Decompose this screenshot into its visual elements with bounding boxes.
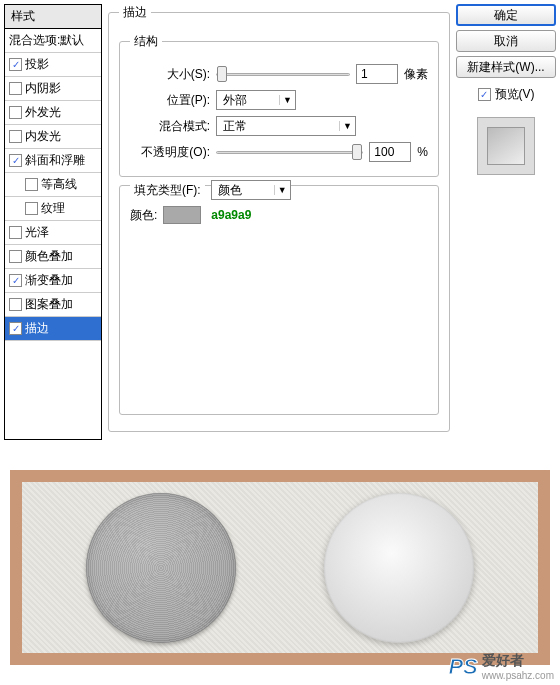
style-item-图案叠加[interactable]: 图案叠加 [5, 293, 101, 317]
blend-mode-label: 混合模式: [130, 118, 210, 135]
style-checkbox[interactable] [9, 322, 22, 335]
style-item-等高线[interactable]: 等高线 [5, 173, 101, 197]
style-item-内阴影[interactable]: 内阴影 [5, 77, 101, 101]
watermark-text: 爱好者 [482, 652, 554, 670]
wood-frame [10, 470, 550, 665]
layer-style-dialog: 样式 混合选项:默认 投影内阴影外发光内发光斜面和浮雕等高线纹理光泽颜色叠加渐变… [0, 0, 560, 444]
preview-thumbnail [477, 117, 535, 175]
new-style-button[interactable]: 新建样式(W)... [456, 56, 556, 78]
position-label: 位置(P): [130, 92, 210, 109]
blend-mode-value: 正常 [217, 118, 339, 135]
speaker-mesh-circle [86, 493, 236, 643]
style-checkbox[interactable] [9, 106, 22, 119]
opacity-input[interactable] [369, 142, 411, 162]
style-label: 外发光 [25, 104, 61, 121]
chevron-down-icon: ▼ [279, 95, 295, 105]
style-item-外发光[interactable]: 外发光 [5, 101, 101, 125]
fill-type-value: 颜色 [212, 182, 274, 199]
cancel-button[interactable]: 取消 [456, 30, 556, 52]
styles-list: 样式 混合选项:默认 投影内阴影外发光内发光斜面和浮雕等高线纹理光泽颜色叠加渐变… [4, 4, 102, 440]
chevron-down-icon: ▼ [274, 185, 290, 195]
chevron-down-icon: ▼ [339, 121, 355, 131]
frame-canvas [22, 482, 538, 653]
style-item-颜色叠加[interactable]: 颜色叠加 [5, 245, 101, 269]
fill-fieldset: 填充类型(F): 颜色 ▼ 颜色: a9a9a9 [119, 185, 439, 415]
style-label: 投影 [25, 56, 49, 73]
style-label: 斜面和浮雕 [25, 152, 85, 169]
color-row: 颜色: a9a9a9 [130, 206, 428, 224]
style-item-光泽[interactable]: 光泽 [5, 221, 101, 245]
watermark-ps: PS [448, 654, 477, 680]
style-label: 内阴影 [25, 80, 61, 97]
color-hex: a9a9a9 [211, 208, 251, 222]
fill-type-dropdown[interactable]: 颜色 ▼ [211, 180, 291, 200]
style-item-斜面和浮雕[interactable]: 斜面和浮雕 [5, 149, 101, 173]
style-label: 光泽 [25, 224, 49, 241]
size-input[interactable] [356, 64, 398, 84]
size-label: 大小(S): [130, 66, 210, 83]
color-label: 颜色: [130, 207, 157, 224]
style-checkbox[interactable] [9, 274, 22, 287]
style-checkbox[interactable] [9, 130, 22, 143]
style-label: 渐变叠加 [25, 272, 73, 289]
blend-mode-row: 混合模式: 正常 ▼ [130, 116, 428, 136]
style-checkbox[interactable] [9, 298, 22, 311]
rendered-output: PS 爱好者 www.psahz.com [0, 460, 560, 685]
stroke-fieldset: 描边 结构 大小(S): 像素 位置(P): 外部 ▼ 混合模式 [108, 4, 450, 432]
size-unit: 像素 [404, 66, 428, 83]
style-item-渐变叠加[interactable]: 渐变叠加 [5, 269, 101, 293]
stroke-title: 描边 [119, 4, 151, 21]
fill-type-label: 填充类型(F): [130, 182, 205, 199]
color-swatch[interactable] [163, 206, 201, 224]
blend-options-label: 混合选项:默认 [9, 32, 84, 49]
opacity-label: 不透明度(O): [130, 144, 210, 161]
style-label: 纹理 [41, 200, 65, 217]
opacity-slider[interactable] [216, 151, 363, 154]
style-label: 描边 [25, 320, 49, 337]
size-row: 大小(S): 像素 [130, 64, 428, 84]
style-checkbox[interactable] [9, 226, 22, 239]
styles-header: 样式 [5, 5, 101, 29]
style-item-描边[interactable]: 描边 [5, 317, 101, 341]
watermark: PS 爱好者 www.psahz.com [448, 652, 554, 681]
style-checkbox[interactable] [9, 250, 22, 263]
preview-label: 预览(V) [495, 86, 535, 103]
opacity-unit: % [417, 145, 428, 159]
settings-panel: 描边 结构 大小(S): 像素 位置(P): 外部 ▼ 混合模式 [108, 4, 450, 440]
style-checkbox[interactable] [9, 82, 22, 95]
style-label: 颜色叠加 [25, 248, 73, 265]
watermark-url: www.psahz.com [482, 670, 554, 681]
position-value: 外部 [217, 92, 279, 109]
glossy-dial-circle [324, 493, 474, 643]
blend-mode-dropdown[interactable]: 正常 ▼ [216, 116, 356, 136]
preview-inner [487, 127, 525, 165]
position-row: 位置(P): 外部 ▼ [130, 90, 428, 110]
opacity-row: 不透明度(O): % [130, 142, 428, 162]
preview-row: 预览(V) [456, 86, 556, 103]
structure-fieldset: 结构 大小(S): 像素 位置(P): 外部 ▼ 混合模式: [119, 33, 439, 177]
position-dropdown[interactable]: 外部 ▼ [216, 90, 296, 110]
blend-options-row[interactable]: 混合选项:默认 [5, 29, 101, 53]
style-checkbox[interactable] [25, 202, 38, 215]
style-item-内发光[interactable]: 内发光 [5, 125, 101, 149]
structure-title: 结构 [130, 33, 162, 50]
style-item-纹理[interactable]: 纹理 [5, 197, 101, 221]
style-label: 等高线 [41, 176, 77, 193]
style-label: 图案叠加 [25, 296, 73, 313]
preview-checkbox[interactable] [478, 88, 491, 101]
style-checkbox[interactable] [25, 178, 38, 191]
size-slider[interactable] [216, 73, 350, 76]
style-checkbox[interactable] [9, 58, 22, 71]
style-checkbox[interactable] [9, 154, 22, 167]
style-label: 内发光 [25, 128, 61, 145]
buttons-panel: 确定 取消 新建样式(W)... 预览(V) [456, 4, 556, 440]
ok-button[interactable]: 确定 [456, 4, 556, 26]
style-item-投影[interactable]: 投影 [5, 53, 101, 77]
fill-type-row: 填充类型(F): 颜色 ▼ [130, 180, 428, 200]
